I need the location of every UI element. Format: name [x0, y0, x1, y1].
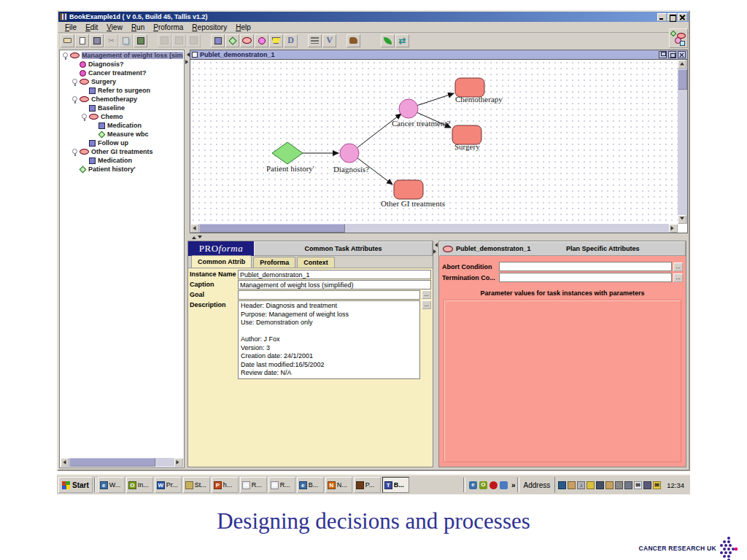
tree-item[interactable]: Baseline — [61, 104, 183, 112]
tree-expand-icon[interactable] — [71, 79, 78, 85]
tab-common-attrib[interactable]: Common Attrib — [191, 255, 252, 268]
tree-item[interactable]: Chemotherapy — [61, 95, 183, 104]
description-field[interactable]: Header: Diagnosis and treatment Purpose:… — [238, 300, 420, 379]
network-tray-icon[interactable] — [643, 481, 651, 489]
dash-tray-icon[interactable] — [615, 481, 623, 489]
menu-file[interactable]: File — [61, 23, 81, 31]
scroll-right-icon[interactable] — [174, 458, 183, 467]
termination-condition-field[interactable] — [499, 273, 672, 282]
tree-item[interactable]: Patient history' — [61, 165, 183, 174]
ie-quicklaunch-icon[interactable]: e — [469, 481, 477, 489]
canvas-vscroll-thumb[interactable] — [678, 69, 687, 90]
taskbar-button[interactable]: eW... — [98, 477, 125, 493]
taskbar-button[interactable]: eB... — [297, 477, 324, 493]
open-icon[interactable] — [61, 34, 74, 47]
tree-scroll-thumb[interactable] — [69, 458, 155, 467]
diagnosis-node[interactable] — [340, 144, 359, 163]
canvas-vertical-scrollbar[interactable] — [678, 60, 687, 224]
tree-item[interactable]: Surgery — [61, 77, 183, 86]
refresh-icon[interactable]: ⇄ — [395, 34, 409, 47]
canvas-hscroll-thumb[interactable] — [199, 224, 345, 233]
frame-close-icon[interactable] — [678, 51, 686, 58]
plug-tray-icon[interactable] — [624, 481, 632, 489]
tree-item[interactable]: Measure wbc — [61, 130, 183, 139]
taskbar-button[interactable]: Ph... — [212, 477, 239, 493]
tree-expand-icon[interactable] — [62, 52, 69, 59]
new-document-icon[interactable] — [75, 34, 89, 47]
taskbar-button[interactable]: TB... — [382, 477, 409, 493]
menu-edit[interactable]: Edit — [81, 23, 102, 31]
tree-horizontal-scrollbar[interactable] — [61, 458, 183, 467]
menu-proforma[interactable]: Proforma — [149, 23, 187, 31]
tree-item[interactable]: Management of weight loss (simplifi — [61, 51, 183, 60]
new-enquiry-icon[interactable] — [225, 34, 239, 47]
goal-field[interactable] — [238, 290, 420, 300]
frame-minimize-icon[interactable] — [659, 51, 667, 58]
scroll-right-icon[interactable] — [669, 224, 678, 233]
taskbar-button[interactable]: ✉R... — [240, 477, 267, 493]
taskbar-button[interactable]: NN... — [325, 477, 352, 493]
description-more-button[interactable]: ... — [422, 300, 431, 309]
tab-proforma[interactable]: Proforma — [253, 257, 295, 268]
letter-v-icon[interactable]: V — [322, 34, 336, 47]
canvas-horizontal-scrollbar[interactable] — [190, 224, 678, 233]
tab-context[interactable]: Context — [297, 257, 335, 268]
tree-item[interactable]: Diagnosis? — [61, 60, 183, 69]
menu-help[interactable]: Help — [231, 23, 255, 31]
scroll-up-icon[interactable] — [678, 60, 686, 69]
canvas-frame-title-bar[interactable]: Publet_demonstraton_1 — [190, 50, 687, 60]
frame-maximize-icon[interactable] — [668, 51, 676, 58]
abort-more-button[interactable]: ... — [673, 262, 683, 271]
parameter-values-area[interactable] — [444, 300, 681, 462]
watchdog-icon[interactable] — [347, 34, 360, 47]
tree-item[interactable]: Medication — [61, 121, 183, 130]
tree-item[interactable]: Chemo — [61, 112, 183, 121]
volume-tray-icon[interactable]: ♪ — [577, 481, 585, 489]
termination-more-button[interactable]: ... — [673, 273, 683, 282]
pen-tray-icon[interactable] — [558, 481, 566, 489]
tree-expand-icon[interactable] — [71, 96, 78, 103]
instance-name-field[interactable] — [238, 270, 431, 279]
save-icon[interactable] — [90, 34, 104, 47]
tree-expand-icon[interactable] — [71, 149, 78, 155]
menu-run[interactable]: Run — [127, 23, 149, 31]
link-tray-icon[interactable] — [605, 481, 614, 489]
taskbar-button[interactable]: P... — [354, 477, 381, 493]
realplayer-quicklaunch-icon[interactable] — [489, 481, 498, 489]
desktop-quicklaunch-icon[interactable] — [500, 481, 508, 489]
new-decision-icon[interactable] — [255, 34, 268, 47]
mail2-tray-icon[interactable]: ✉ — [653, 481, 661, 489]
tree-item[interactable]: Medication — [61, 156, 183, 165]
media-quicklaunch-icon[interactable]: O — [479, 481, 487, 489]
address-toolbar-label[interactable]: Address — [521, 481, 554, 489]
tree-item[interactable]: Refer to surgeon — [61, 86, 183, 95]
caption-field[interactable] — [238, 280, 431, 289]
new-action-icon[interactable] — [211, 34, 225, 47]
minimize-button[interactable] — [657, 13, 667, 21]
quicklaunch-overflow-icon[interactable]: » — [511, 481, 516, 489]
tree-expand-icon[interactable] — [81, 114, 88, 120]
scroll-left-icon[interactable] — [61, 458, 69, 467]
scroll-down-icon[interactable] — [678, 215, 686, 224]
close-button[interactable] — [678, 13, 687, 21]
menu-view[interactable]: View — [102, 23, 127, 31]
start-button[interactable]: Start — [58, 477, 93, 493]
taskbar-button[interactable]: ✉R... — [268, 477, 295, 493]
taskbar-button[interactable]: OIn... — [126, 477, 153, 493]
window-title-bar[interactable]: BookExample1d ( V 0.5, Build 45, Tallis … — [58, 12, 689, 22]
diagram-canvas[interactable]: Patient history'Diagnosis?Cancer treatme… — [190, 60, 678, 224]
mail-tray-icon[interactable]: ✉ — [634, 481, 642, 489]
other-gi-node[interactable] — [394, 180, 423, 199]
new-plan-icon[interactable] — [240, 34, 254, 47]
canvas-attributes-splitter[interactable] — [190, 235, 688, 240]
goal-more-button[interactable]: ... — [422, 290, 431, 299]
scroll-left-icon[interactable] — [190, 224, 199, 233]
cancer-treatment-node[interactable] — [399, 99, 418, 118]
letter-d-icon[interactable]: D — [284, 34, 298, 47]
menu-repository[interactable]: Repository — [187, 23, 231, 31]
tree-item[interactable]: Follow up — [61, 139, 183, 147]
abort-condition-field[interactable] — [499, 262, 672, 271]
patient-history-node[interactable] — [272, 142, 303, 164]
publish-icon[interactable] — [381, 34, 395, 47]
paste-icon[interactable] — [133, 34, 147, 47]
